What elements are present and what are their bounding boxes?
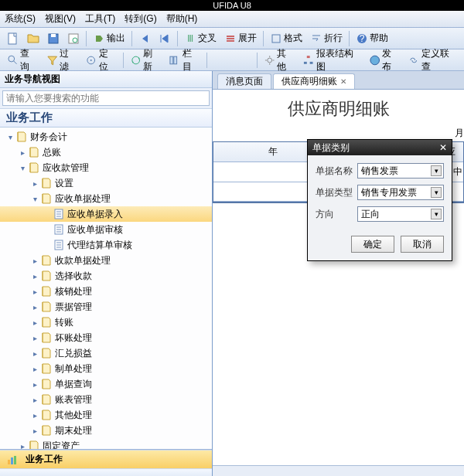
tb-filter[interactable]: 过滤 (43, 46, 81, 75)
tree-label: 票据管理 (55, 301, 92, 314)
tb-report-struct[interactable]: 报表结构图 (299, 46, 363, 75)
nav-tree: ▾财务会计▸总账▾应收款管理▸设置▾应收单据处理应收单据录入应收单据审核代理结算… (0, 128, 212, 449)
tb-first[interactable] (155, 31, 174, 46)
tree-item[interactable]: ▸票据管理 (0, 299, 212, 314)
cross-icon: Ⅲ (184, 32, 196, 45)
svg-rect-25 (14, 456, 16, 464)
hscrollbar[interactable] (213, 465, 464, 476)
combo-direction[interactable]: 正向▾ (357, 206, 444, 222)
tb-locate[interactable]: 定位 (82, 46, 120, 75)
tb-column[interactable]: 栏目 (165, 46, 203, 75)
twisty-icon[interactable]: ▾ (5, 133, 15, 141)
tree-item[interactable]: ▸选择收款 (0, 268, 212, 284)
menu-tools[interactable]: 工具(T) (85, 12, 115, 26)
tree-item[interactable]: ▸制单处理 (0, 361, 212, 376)
link-icon (408, 54, 419, 66)
combo-doc-name[interactable]: 销售发票▾ (357, 163, 444, 178)
globe-icon (369, 54, 380, 66)
bottom-tab-other[interactable] (0, 468, 212, 476)
twisty-icon[interactable]: ▸ (17, 442, 28, 450)
tree-label: 应收单据处理 (55, 192, 111, 206)
twisty-icon[interactable]: ▸ (29, 303, 40, 311)
tb-new[interactable] (4, 31, 22, 46)
tree-item[interactable]: ▸总账 (0, 144, 212, 160)
document-icon (53, 208, 65, 220)
twisty-icon[interactable]: ▸ (29, 179, 40, 188)
tb-cross[interactable]: Ⅲ交叉 (181, 30, 220, 46)
tb-format[interactable]: 格式 (267, 30, 305, 46)
preview-icon (67, 32, 80, 45)
close-icon[interactable]: ✕ (439, 142, 447, 153)
wrap-icon (310, 32, 322, 45)
separator (349, 31, 350, 46)
menu-help[interactable]: 帮助(H) (166, 12, 198, 26)
menu-view[interactable]: 视图(V) (45, 12, 76, 26)
tb-wrap[interactable]: 折行 (307, 30, 346, 46)
menu-system[interactable]: 系统(S) (5, 12, 36, 26)
tb-back[interactable] (135, 31, 154, 46)
tb-publish[interactable]: 发布 (366, 46, 404, 75)
tab-message[interactable]: 消息页面 (217, 73, 271, 89)
tree-item[interactable]: ▸汇兑损益 (0, 345, 212, 361)
tb-help[interactable]: ?帮助 (353, 30, 391, 46)
twisty-icon[interactable]: ▾ (29, 195, 40, 203)
tb-refresh[interactable]: 刷新 (127, 46, 165, 75)
tree-item[interactable]: 代理结算单审核 (0, 237, 212, 253)
chevron-down-icon[interactable]: ▾ (431, 187, 442, 198)
tree-item[interactable]: ▸核销处理 (0, 284, 212, 299)
search-input[interactable] (2, 90, 210, 106)
bottom-tab-business[interactable]: 业务工作 (0, 450, 212, 468)
tree-item[interactable]: ▸设置 (0, 175, 212, 191)
tree-item[interactable]: ▾应收款管理 (0, 160, 212, 175)
twisty-icon[interactable]: ▸ (29, 380, 40, 389)
close-icon[interactable]: ✕ (340, 77, 346, 86)
twisty-icon[interactable]: ▸ (29, 411, 40, 420)
twisty-icon[interactable]: ▸ (29, 427, 40, 435)
twisty-icon[interactable]: ▸ (29, 287, 40, 296)
tb-expand[interactable]: 展开 (221, 30, 260, 46)
tb-save[interactable] (44, 31, 63, 46)
tree-item[interactable]: ▸账表管理 (0, 392, 212, 407)
menu-goto[interactable]: 转到(G) (125, 12, 156, 26)
twisty-icon[interactable]: ▸ (29, 334, 40, 342)
doc-title: 供应商明细账 (213, 90, 464, 125)
tb-query[interactable]: 查询 (4, 46, 42, 75)
twisty-icon[interactable]: ▸ (29, 318, 40, 327)
tree-item[interactable]: 应收单据录入 (0, 206, 212, 222)
format-icon (270, 32, 282, 45)
tree-item[interactable]: ▸坏账处理 (0, 330, 212, 345)
cancel-button[interactable]: 取消 (401, 236, 444, 253)
twisty-icon[interactable]: ▸ (29, 396, 40, 404)
twisty-icon[interactable]: ▸ (17, 148, 28, 157)
tree-item[interactable]: ▸其他处理 (0, 407, 212, 423)
twisty-icon[interactable]: ▸ (29, 257, 40, 265)
tree-item[interactable]: ▸转账 (0, 314, 212, 330)
tree-item[interactable]: ▸固定资产 (0, 438, 212, 449)
twisty-icon[interactable]: ▸ (29, 365, 40, 373)
tb-preview[interactable] (64, 31, 83, 46)
twisty-icon[interactable]: ▾ (17, 164, 28, 172)
tree-item[interactable]: ▾财务会计 (0, 129, 212, 144)
tb-def-link[interactable]: 定义联查 (404, 46, 460, 75)
tab-supplier-detail[interactable]: 供应商明细账✕ (273, 73, 355, 89)
tb-open[interactable] (24, 31, 43, 46)
tree-item[interactable]: 应收单据审核 (0, 222, 212, 237)
svg-rect-0 (9, 33, 16, 44)
combo-doc-type[interactable]: 销售专用发票▾ (357, 185, 444, 200)
twisty-icon[interactable]: ▸ (29, 272, 40, 280)
tree-item[interactable]: ▸收款单据处理 (0, 253, 212, 268)
ok-button[interactable]: 确定 (351, 236, 394, 253)
tree-item[interactable]: ▸单据查询 (0, 376, 212, 392)
chevron-down-icon[interactable]: ▾ (431, 209, 442, 219)
twisty-icon[interactable]: ▸ (29, 349, 40, 358)
dialog-doc-category: 单据类别 ✕ 单据名称 销售发票▾ 单据类型 销售专用发票▾ 方向 正向▾ 确定 (307, 139, 452, 261)
book-icon (40, 378, 53, 390)
tree-item[interactable]: ▸期末处理 (0, 423, 212, 438)
disk-icon (47, 32, 60, 45)
tree-item[interactable]: ▾应收单据处理 (0, 191, 212, 206)
tb-other[interactable]: 其他 (261, 46, 299, 75)
svg-point-9 (9, 56, 15, 62)
dialog-titlebar[interactable]: 单据类别 ✕ (308, 140, 452, 155)
chevron-down-icon[interactable]: ▾ (431, 165, 442, 176)
tb-output[interactable]: 输出 (90, 30, 128, 46)
